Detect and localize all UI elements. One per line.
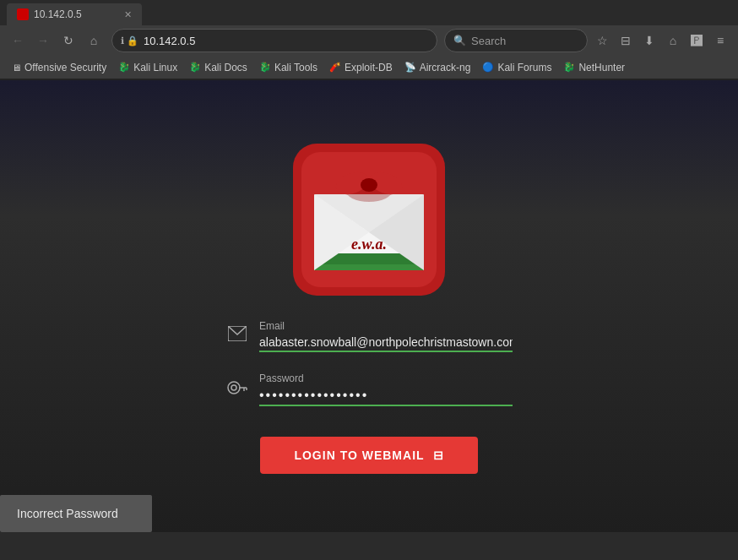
- svg-rect-4: [314, 264, 424, 270]
- nav-extra-icons: ☆ ⊟ ⬇ ⌂ 🅿 ≡: [591, 30, 731, 52]
- lock-icon: 🔒: [127, 35, 138, 46]
- exploit-db-icon: 🧨: [329, 62, 341, 73]
- bookmark-manage-button[interactable]: ⊟: [615, 30, 637, 52]
- star-icon: ☆: [597, 34, 608, 47]
- svg-point-11: [361, 178, 377, 192]
- offensive-security-icon: 🖥: [12, 63, 21, 73]
- email-field-row: Email: [225, 320, 513, 352]
- bookmark-label: Offensive Security: [24, 62, 106, 73]
- home-nav-icon: ⌂: [670, 34, 676, 47]
- bookmark-kali-docs[interactable]: 🐉 Kali Docs: [184, 60, 252, 75]
- login-button-label: LOGIN TO WEBMAIL: [294, 449, 424, 462]
- bookmark-offensive-security[interactable]: 🖥 Offensive Security: [7, 60, 111, 75]
- bookmark-label: Kali Linux: [133, 62, 177, 73]
- email-label: Email: [259, 320, 513, 332]
- error-message: Incorrect Password: [17, 507, 118, 520]
- svg-text:e.w.a.: e.w.a.: [351, 236, 387, 253]
- page-content: e.w.a. Email: [0, 80, 738, 532]
- menu-button[interactable]: ≡: [709, 30, 731, 52]
- app-logo: e.w.a.: [289, 139, 449, 300]
- login-button[interactable]: LOGIN TO WEBMAIL ⊟: [260, 437, 477, 474]
- bookmarks-bar: 🖥 Offensive Security 🐉 Kali Linux 🐉 Kali…: [0, 56, 738, 79]
- menu-icon: ≡: [717, 34, 724, 47]
- tab-close-button[interactable]: ✕: [124, 9, 132, 20]
- home-button[interactable]: ⌂: [83, 30, 105, 52]
- forward-icon: →: [37, 34, 49, 47]
- nethunter-icon: 🐉: [563, 62, 575, 73]
- nav-bar: ← → ↻ ⌂ ℹ 🔒 10.142.0.5 🔍 Search ☆: [0, 25, 738, 56]
- home-icon: ⌂: [90, 34, 97, 47]
- bookmark-aircrack-ng[interactable]: 📡 Aircrack-ng: [399, 60, 476, 75]
- address-text: 10.142.0.5: [144, 35, 428, 47]
- password-field-content: Password: [259, 372, 513, 406]
- bookmark-label: Kali Forums: [497, 62, 551, 73]
- back-button[interactable]: ←: [7, 30, 29, 52]
- password-label: Password: [259, 372, 513, 384]
- password-input[interactable]: [259, 386, 513, 406]
- bookmark-kali-tools[interactable]: 🐉 Kali Tools: [254, 60, 323, 75]
- bookmark-label: Aircrack-ng: [420, 62, 471, 73]
- tab-bar: 10.142.0.5 ✕: [0, 0, 738, 25]
- kali-tools-icon: 🐉: [259, 62, 271, 73]
- address-bar-icons: ℹ 🔒: [121, 35, 138, 46]
- bookmark-kali-linux[interactable]: 🐉 Kali Linux: [113, 60, 182, 75]
- bookmark-nethunter[interactable]: 🐉 NetHunter: [558, 60, 630, 75]
- email-input[interactable]: [259, 334, 513, 352]
- info-icon: ℹ: [121, 35, 124, 46]
- forward-button[interactable]: →: [32, 30, 54, 52]
- bookmark-label: Kali Docs: [204, 62, 247, 73]
- active-tab[interactable]: 10.142.0.5 ✕: [7, 3, 142, 25]
- bookmark-label: Kali Tools: [274, 62, 317, 73]
- email-icon: [225, 326, 249, 345]
- bookmark-icon: ⊟: [621, 34, 631, 47]
- bookmark-exploit-db[interactable]: 🧨 Exploit-DB: [324, 60, 398, 75]
- tab-favicon: [17, 8, 29, 20]
- star-button[interactable]: ☆: [591, 30, 613, 52]
- bookmark-kali-forums[interactable]: 🔵 Kali Forums: [477, 60, 556, 75]
- svg-point-14: [228, 382, 240, 394]
- back-icon: ←: [12, 34, 24, 47]
- aircrack-ng-icon: 📡: [404, 62, 416, 73]
- password-icon: [225, 379, 249, 399]
- kali-linux-icon: 🐉: [118, 62, 130, 73]
- download-button[interactable]: ⬇: [638, 30, 660, 52]
- home-nav-button[interactable]: ⌂: [662, 30, 684, 52]
- email-field-content: Email: [259, 320, 513, 352]
- address-bar[interactable]: ℹ 🔒 10.142.0.5: [111, 29, 437, 52]
- tab-title: 10.142.0.5: [34, 8, 82, 20]
- error-toast: Incorrect Password: [0, 495, 152, 532]
- search-placeholder: Search: [471, 35, 506, 47]
- bookmark-label: Exploit-DB: [345, 62, 393, 73]
- pocket-button[interactable]: 🅿: [686, 30, 708, 52]
- pocket-icon: 🅿: [691, 34, 703, 47]
- login-container: e.w.a. Email: [225, 139, 513, 474]
- kali-forums-icon: 🔵: [482, 62, 494, 73]
- search-icon: 🔍: [453, 35, 466, 46]
- download-icon: ⬇: [644, 34, 654, 47]
- reload-icon: ↻: [63, 34, 73, 47]
- svg-point-15: [231, 385, 236, 390]
- password-field-row: Password: [225, 372, 513, 406]
- login-button-icon: ⊟: [433, 449, 444, 462]
- kali-docs-icon: 🐉: [189, 62, 201, 73]
- reload-button[interactable]: ↻: [57, 30, 79, 52]
- bookmark-label: NetHunter: [578, 62, 625, 73]
- search-bar[interactable]: 🔍 Search: [444, 29, 588, 52]
